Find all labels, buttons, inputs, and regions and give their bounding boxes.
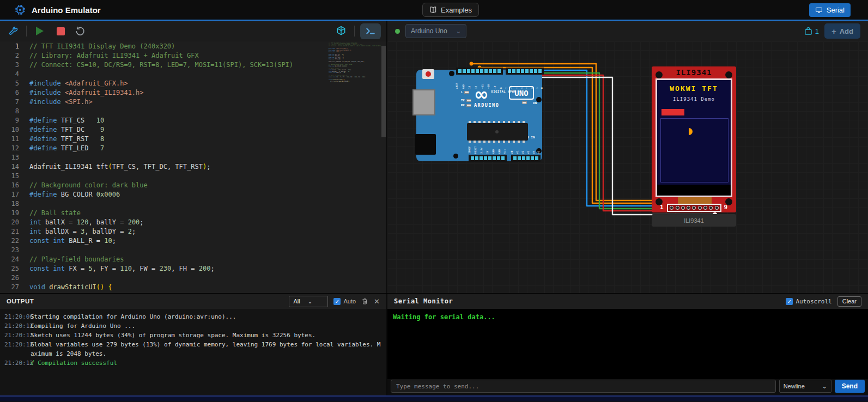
- pin[interactable]: [493, 156, 496, 160]
- code-line[interactable]: [29, 199, 329, 209]
- code-line[interactable]: tft.fillScreen(BG_COLOR);: [29, 292, 329, 293]
- pin[interactable]: [670, 206, 673, 210]
- run-button[interactable]: [32, 23, 47, 39]
- digital-header-b[interactable]: [506, 68, 544, 75]
- code-line[interactable]: // Play-field boundaries: [29, 255, 329, 264]
- autoscroll-toggle[interactable]: ✓ Autoscroll: [786, 298, 831, 305]
- pin[interactable]: [703, 206, 707, 210]
- code-line[interactable]: [29, 70, 329, 79]
- serial-message-input[interactable]: [391, 380, 776, 393]
- pin[interactable]: [467, 69, 470, 73]
- pin[interactable]: [521, 69, 524, 73]
- code-line[interactable]: #include <SPI.h>: [29, 98, 329, 107]
- code-line[interactable]: #define TFT_DC 9: [29, 125, 329, 135]
- pin[interactable]: [681, 206, 685, 210]
- pin[interactable]: [501, 156, 505, 160]
- digital-header-a[interactable]: [456, 68, 503, 75]
- minimap[interactable]: // TFT ILI9341 Display Demo (240x320)// …: [329, 41, 381, 293]
- editor-scrollbar[interactable]: [381, 41, 386, 293]
- examples-button[interactable]: Examples: [422, 3, 479, 17]
- pin[interactable]: [497, 69, 501, 73]
- code-line[interactable]: // TFT ILI9341 Display Demo (240x320): [29, 42, 329, 51]
- pin[interactable]: [525, 69, 529, 73]
- code-line[interactable]: #define TFT_LED 7: [29, 144, 329, 153]
- code-line[interactable]: [29, 107, 329, 116]
- terminal-button[interactable]: [360, 23, 381, 39]
- code-line[interactable]: const int FX = 5, FY = 110, FW = 230, FH…: [29, 264, 329, 273]
- code-line[interactable]: int ballDX = 3, ballDY = 2;: [29, 227, 329, 236]
- stop-button[interactable]: [53, 23, 68, 39]
- board-select[interactable]: Arduino Uno ⌄: [405, 24, 466, 38]
- pin[interactable]: [512, 69, 515, 73]
- code-line[interactable]: // Library: Adafruit ILI9341 + Adafruit …: [29, 51, 329, 60]
- pin[interactable]: [513, 156, 517, 160]
- pin[interactable]: [530, 69, 533, 73]
- pin[interactable]: [480, 69, 483, 73]
- reset-button-cap[interactable]: [426, 71, 431, 77]
- auto-checkbox[interactable]: ✓: [333, 298, 341, 305]
- pin[interactable]: [489, 69, 492, 73]
- pin[interactable]: [475, 156, 478, 160]
- clear-serial-button[interactable]: Clear: [837, 296, 861, 307]
- pin[interactable]: [508, 69, 511, 73]
- wire-junction-dot[interactable]: [470, 62, 474, 66]
- code-editor[interactable]: 1234567891011121314151617181920212223242…: [0, 41, 386, 293]
- format-button[interactable]: [5, 23, 21, 39]
- arduino-uno-board[interactable]: AREFGND1312~11~10~98 7~6~54~3210 IOREFRE…: [415, 68, 543, 162]
- pin[interactable]: [479, 156, 483, 160]
- code-line[interactable]: [29, 172, 329, 181]
- pin[interactable]: [517, 69, 520, 73]
- power-header[interactable]: [469, 155, 507, 162]
- tft-pin-header[interactable]: [667, 204, 721, 212]
- code-line[interactable]: const int BALL_R = 10;: [29, 236, 329, 246]
- close-output-button[interactable]: ✕: [374, 297, 380, 306]
- pin[interactable]: [692, 206, 696, 210]
- code-line[interactable]: int ballX = 120, ballY = 200;: [29, 218, 329, 227]
- code-line[interactable]: [29, 273, 329, 283]
- code-line[interactable]: void drawStaticUI() {: [29, 283, 329, 292]
- line-ending-select[interactable]: Newline ⌄: [779, 380, 831, 393]
- pin[interactable]: [522, 156, 525, 160]
- output-filter-select[interactable]: All ⌄: [289, 296, 328, 307]
- autoscroll-checkbox[interactable]: ✓: [786, 298, 793, 305]
- pin[interactable]: [471, 69, 475, 73]
- pin[interactable]: [463, 69, 466, 73]
- code-line[interactable]: [29, 246, 329, 255]
- pin[interactable]: [526, 156, 530, 160]
- code-line[interactable]: #include <Adafruit_ILI9341.h>: [29, 88, 329, 98]
- add-part-button[interactable]: + Add: [824, 23, 860, 39]
- code-line[interactable]: // Background color: dark blue: [29, 181, 329, 190]
- code-line[interactable]: // Connect: CS=10, DC/RS=9, RST=8, LED=7…: [29, 60, 329, 70]
- code-line[interactable]: tft.fillScreen(BG_COLOR);: [329, 81, 381, 83]
- code-line[interactable]: // Ball state: [29, 209, 329, 218]
- pin[interactable]: [458, 69, 462, 73]
- code-line[interactable]: // Connect: CS=10, DC/RS=9, RST=8, LED=7…: [329, 46, 381, 47]
- analog-header[interactable]: [511, 155, 541, 162]
- pin[interactable]: [493, 69, 496, 73]
- code-line[interactable]: #define BG_COLOR 0x0006: [29, 190, 329, 199]
- ili9341-module[interactable]: ILI9341 WOKWI TFT ILI9341 Demo: [652, 66, 736, 212]
- code-line[interactable]: Adafruit_ILI9341 tft(TFT_CS, TFT_DC, TFT…: [29, 162, 329, 172]
- pin[interactable]: [698, 206, 702, 210]
- pin[interactable]: [715, 206, 719, 210]
- restart-button[interactable]: [72, 23, 88, 39]
- code-line[interactable]: #define TFT_RST 8: [29, 135, 329, 144]
- pin[interactable]: [534, 69, 537, 73]
- code-area[interactable]: // TFT ILI9341 Display Demo (240x320)// …: [24, 41, 329, 293]
- pin[interactable]: [476, 69, 479, 73]
- reset-button[interactable]: [422, 69, 434, 79]
- pin[interactable]: [518, 156, 521, 160]
- auto-toggle[interactable]: ✓ Auto: [333, 298, 356, 305]
- pin[interactable]: [488, 156, 491, 160]
- send-button[interactable]: Send: [835, 380, 865, 393]
- diagram-canvas[interactable]: AREFGND1312~11~10~98 7~6~54~3210 IOREFRE…: [387, 41, 868, 293]
- pin[interactable]: [535, 156, 538, 160]
- pin[interactable]: [497, 156, 500, 160]
- scrollbar-thumb[interactable]: [381, 46, 386, 137]
- pin[interactable]: [687, 206, 690, 210]
- pin[interactable]: [484, 156, 487, 160]
- pin[interactable]: [676, 206, 679, 210]
- pin[interactable]: [709, 206, 713, 210]
- clear-output-button[interactable]: [361, 297, 368, 305]
- view-3d-button[interactable]: [333, 23, 349, 39]
